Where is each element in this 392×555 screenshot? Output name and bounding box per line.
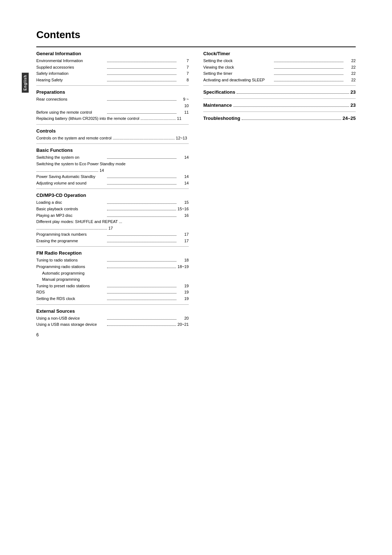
toc-entry: Viewing the clock 22	[203, 64, 356, 71]
section-specifications: Specifications 23	[203, 89, 356, 99]
toc-sub-entry: Manual programming	[36, 276, 189, 283]
toc-entry: Using a USB mass storage device 20~21	[36, 321, 189, 328]
section-heading-basic-functions: Basic Functions	[36, 147, 189, 153]
section-heading-preparations: Preparations	[36, 89, 189, 95]
toc-entry: Loading a disc 15	[36, 199, 189, 206]
section-heading-controls: Controls	[36, 128, 189, 134]
page-number: 6	[36, 332, 39, 337]
section-maintenance: Maintenance 23	[203, 102, 356, 112]
toc-grid: General Information Environmental Inform…	[36, 47, 356, 330]
toc-entry: Controls on the system and remote contro…	[36, 135, 189, 142]
section-fm-radio: FM Radio Reception Tuning to radio stati…	[36, 250, 189, 304]
page-title: Contents	[36, 29, 356, 41]
toc-entry: Basic playback controls 15~16	[36, 206, 189, 212]
toc-entry: Supplied accessories 7	[36, 64, 189, 71]
section-heading-general-information: General Information	[36, 51, 189, 56]
toc-entry: Playing an MP3 disc 16	[36, 212, 189, 219]
toc-entry: Before using the remote control 11	[36, 109, 189, 116]
section-external-sources: External Sources Using a non-USB device …	[36, 308, 189, 330]
toc-entry: Using a non-USB device 20	[36, 315, 189, 322]
section-general-information: General Information Environmental Inform…	[36, 51, 189, 86]
toc-entry: Setting the RDS clock 19	[36, 296, 189, 302]
toc-entry: Programming radio stations 18~19	[36, 264, 189, 270]
section-heading-external-sources: External Sources	[36, 308, 189, 314]
section-heading-fm-radio: FM Radio Reception	[36, 250, 189, 256]
right-column: Clock/Timer Setting the clock 22 Viewing…	[203, 47, 356, 330]
toc-entry: Programming track numbers 17	[36, 231, 189, 238]
section-heading-maintenance: Maintenance 23	[203, 102, 356, 108]
section-troubleshooting: Troubleshooting 24–25	[203, 116, 356, 125]
toc-entry: Different play modes: SHUFFLE and REPEAT…	[36, 219, 189, 231]
toc-entry: Power Saving Automatic Standby 14	[36, 174, 189, 180]
toc-entry: Erasing the programme 17	[36, 238, 189, 244]
toc-entry: RDS 19	[36, 289, 189, 296]
toc-sub-entry: Automatic programming	[36, 270, 189, 277]
language-tab: English	[22, 73, 29, 93]
toc-entry: Hearing Safety 8	[36, 77, 189, 84]
toc-entry: Rear connections 9 ~ 10	[36, 96, 189, 109]
section-clock-timer: Clock/Timer Setting the clock 22 Viewing…	[203, 51, 356, 86]
section-preparations: Preparations Rear connections 9 ~ 10 Bef…	[36, 89, 189, 124]
page-footer: 6	[36, 332, 39, 337]
toc-entry: Setting the timer 22	[203, 70, 356, 77]
toc-entry: Activating and deactivating SLEEP 22	[203, 77, 356, 84]
page: English Contents General Information Env…	[0, 0, 392, 352]
toc-entry: Safety information 7	[36, 70, 189, 77]
section-cd-operation: CD/MP3-CD Operation Loading a disc 15 Ba…	[36, 193, 189, 247]
section-controls: Controls Controls on the system and remo…	[36, 128, 189, 144]
section-heading-troubleshooting: Troubleshooting 24–25	[203, 116, 356, 121]
section-heading-cd-operation: CD/MP3-CD Operation	[36, 193, 189, 198]
toc-entry: Tuning to radio stations 18	[36, 257, 189, 264]
toc-entry: Environmental Information 7	[36, 58, 189, 64]
left-column: General Information Environmental Inform…	[36, 47, 189, 330]
section-basic-functions: Basic Functions Switching the system on …	[36, 147, 189, 189]
section-heading-specifications: Specifications 23	[203, 89, 356, 95]
toc-entry: Adjusting volume and sound 14	[36, 180, 189, 187]
toc-entry: Switching the system on 14	[36, 154, 189, 161]
toc-entry: Tuning to preset radio stations 19	[36, 283, 189, 289]
language-tab-label: English	[23, 75, 27, 90]
toc-entry: Replacing battery (lithium CR2025) into …	[36, 116, 189, 122]
section-heading-clock-timer: Clock/Timer	[203, 51, 356, 56]
toc-entry: Switching the system to Eco Power Standb…	[36, 161, 189, 174]
toc-entry: Setting the clock 22	[203, 58, 356, 64]
